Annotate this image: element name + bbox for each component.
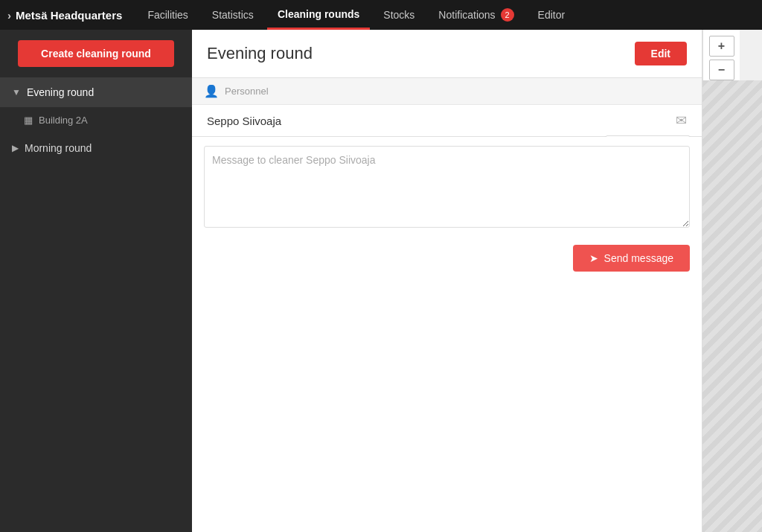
map-zoom-controls: + − (702, 30, 740, 80)
personnel-label: Personnel (225, 86, 269, 97)
nav-statistics[interactable]: Statistics (202, 0, 264, 30)
personnel-row: Seppo Siivoaja ✉ (192, 104, 702, 136)
sidebar-evening-round-label: Evening round (27, 86, 94, 98)
sidebar-morning-round-label: Morning round (25, 142, 92, 154)
building-icon: ▦ (24, 115, 33, 126)
brand-arrow: › (7, 9, 11, 22)
nav-facilities[interactable]: Facilities (137, 0, 198, 30)
create-cleaning-round-button[interactable]: Create cleaning round (18, 40, 174, 67)
nav-stocks[interactable]: Stocks (373, 0, 425, 30)
chevron-right-icon: ▶ (12, 143, 19, 153)
chevron-down-icon: ▼ (12, 87, 21, 97)
map-area (702, 80, 762, 532)
sidebar-item-evening-round[interactable]: ▼ Evening round (0, 77, 192, 107)
panel-header: Evening round Edit (192, 30, 702, 78)
personnel-header: 👤 Personnel (192, 78, 702, 104)
personnel-name: Seppo Siivoaja (207, 115, 281, 127)
nav-cleaning-rounds[interactable]: Cleaning rounds (267, 0, 370, 30)
zoom-in-button[interactable]: + (709, 36, 734, 57)
sidebar-building-2a-label: Building 2A (39, 115, 88, 126)
panel-title: Evening round (207, 44, 313, 63)
message-section (192, 137, 702, 239)
brand[interactable]: › Metsä Headquarters (7, 9, 122, 22)
top-nav: › Metsä Headquarters Facilities Statisti… (0, 0, 762, 30)
send-btn-area: ➤ Send message (192, 239, 702, 283)
sidebar: Create cleaning round ▼ Evening round ▦ … (0, 30, 192, 532)
send-icon: ➤ (589, 252, 598, 264)
message-textarea[interactable] (204, 146, 690, 228)
personnel-icon: 👤 (204, 84, 219, 98)
main-layout: Create cleaning round ▼ Evening round ▦ … (0, 30, 762, 532)
sidebar-item-building-2a[interactable]: ▦ Building 2A (0, 107, 192, 133)
zoom-out-button[interactable]: − (709, 60, 734, 80)
message-container: Send message ➤ Send message (192, 137, 702, 283)
main-panel: Evening round Edit 👤 Personnel Seppo Sii… (192, 30, 702, 532)
brand-name: Metsä Headquarters (16, 9, 122, 22)
nav-notifications-label: Notifications (438, 9, 495, 21)
send-btn-label: Send message (604, 252, 673, 264)
edit-button[interactable]: Edit (635, 42, 687, 65)
send-button[interactable]: ➤ Send message (573, 245, 690, 272)
nav-editor[interactable]: Editor (528, 0, 576, 30)
personnel-section: 👤 Personnel Seppo Siivoaja ✉ (192, 78, 702, 137)
nav-notifications[interactable]: Notifications 2 (428, 0, 524, 30)
mail-icon[interactable]: ✉ (676, 112, 687, 129)
map-placeholder (702, 80, 762, 532)
map-controls-area: + − (702, 30, 762, 532)
sidebar-item-morning-round[interactable]: ▶ Morning round (0, 133, 192, 163)
content-area: Evening round Edit 👤 Personnel Seppo Sii… (192, 30, 762, 532)
notifications-badge: 2 (501, 8, 514, 22)
nav-links: Facilities Statistics Cleaning rounds St… (137, 0, 755, 30)
